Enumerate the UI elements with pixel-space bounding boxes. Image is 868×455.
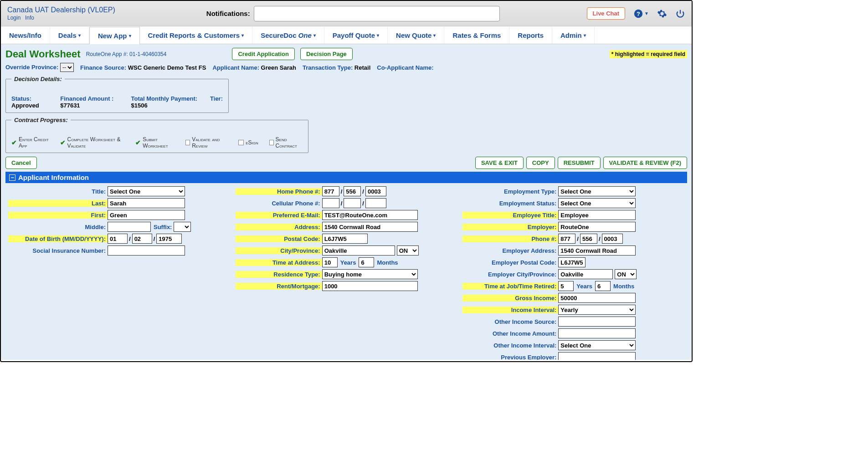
section-applicant-header[interactable]: − Applicant Information [5,172,687,183]
emp-postal-input[interactable] [558,257,586,267]
time-addr-months[interactable] [359,257,374,267]
tab-admin[interactable]: Admin▾ [552,26,595,44]
copy-button[interactable]: COPY [526,157,555,169]
home-phone-2[interactable] [344,186,361,196]
label-emp-phone: Phone #: [462,235,558,242]
tab-payoff-quote[interactable]: Payoff Quote▾ [324,26,388,44]
prev-emp-input[interactable] [558,352,636,360]
resubmit-button[interactable]: RESUBMIT [558,157,601,169]
caret-down-icon: ▾ [313,33,316,38]
progress-legend: Contract Progress: [11,117,71,123]
notifications-label: Notifications: [206,10,250,17]
label-emp-title: Employee Title: [462,212,558,219]
emp-addr-input[interactable] [558,245,636,256]
suffix-select[interactable] [174,222,191,232]
cancel-button[interactable]: Cancel [5,157,37,169]
label-emp-city: Employer City/Province: [462,271,558,278]
other-int-select[interactable]: Select One [558,340,636,350]
city-input[interactable] [322,245,395,256]
income-interval-select[interactable]: Yearly [558,305,636,315]
tab-news-info[interactable]: News/Info [1,26,50,44]
app-number: RouteOne App #: 01-1-40460354 [86,51,167,57]
check-icon: ✔ [11,139,17,146]
override-province-select[interactable]: -- [60,63,74,72]
label-prev-emp: Previous Employer: [462,354,558,360]
address-input[interactable] [322,222,418,232]
emp-phone-3[interactable] [602,234,623,244]
dob-month-input[interactable] [108,234,128,244]
first-name-input[interactable] [108,210,185,220]
province-select[interactable]: ON [397,245,419,256]
label-time-job: Time at Job/Time Retired: [462,283,558,290]
dob-day-input[interactable] [132,234,152,244]
gear-icon[interactable] [657,9,667,19]
applicant-form: Title:Select One Last: First: Middle:Suf… [5,183,687,360]
employer-input[interactable] [558,222,636,232]
sin-input[interactable] [108,245,185,256]
emp-prov-select[interactable]: ON [615,269,637,279]
tab-new-quote[interactable]: New Quote▾ [388,26,444,44]
save-exit-button[interactable]: SAVE & EXIT [475,157,524,169]
label-cityprov: City/Province: [236,247,322,254]
emp-title-input[interactable] [558,210,636,220]
gross-income-input[interactable] [558,293,636,303]
residence-type-select[interactable]: Buying home [322,269,418,279]
time-job-years[interactable] [558,281,574,291]
home-phone-3[interactable] [365,186,386,196]
caret-down-icon: ▾ [78,33,81,38]
decision-page-button[interactable]: Decision Page [300,48,353,60]
tab-securedoc[interactable]: SecureDocOne▾ [252,26,324,44]
login-link[interactable]: Login [7,15,21,21]
cell-phone-1[interactable] [322,198,339,208]
label-interval: Income Interval: [462,307,558,313]
live-chat-button[interactable]: Live Chat [587,7,626,20]
postal-input[interactable] [322,234,368,244]
emp-phone-2[interactable] [580,234,597,244]
label-home-phone: Home Phone #: [236,188,322,195]
emp-city-input[interactable] [558,269,613,279]
title-select[interactable]: Select One [108,186,185,196]
label-employer: Employer: [462,224,558,230]
label-residence-type: Residence Type: [236,271,322,278]
email-input[interactable] [322,210,418,220]
tab-deals[interactable]: Deals▾ [50,26,89,44]
checkbox-icon [185,140,190,145]
decision-legend: Decision Details: [11,76,65,82]
progress-complete-worksheet: ✔Complete Worksheet & Validate [60,136,125,149]
tab-reports[interactable]: Reports [509,26,552,44]
last-name-input[interactable] [108,198,185,208]
time-addr-years[interactable] [322,257,338,267]
credit-application-button[interactable]: Credit Application [232,48,294,60]
label-suffix: Suffix: [151,224,174,230]
emp-type-select[interactable]: Select One [558,186,636,196]
contract-progress-box: Contract Progress: ✔Enter Credit App ✔Co… [5,117,308,153]
notifications-input[interactable] [254,6,500,21]
progress-esign: eSign [238,139,258,146]
other-src-input[interactable] [558,317,636,327]
emp-status-select[interactable]: Select One [558,198,636,208]
cell-phone-2[interactable] [344,198,361,208]
validate-review-button[interactable]: VALIDATE & REVIEW (F2) [603,157,687,169]
power-icon[interactable] [675,9,685,19]
dob-year-input[interactable] [156,234,182,244]
info-link[interactable]: Info [25,15,34,21]
tab-credit-reports[interactable]: Credit Reports & Customers▾ [140,26,253,44]
middle-input[interactable] [108,222,151,232]
emp-phone-1[interactable] [558,234,575,244]
rent-input[interactable] [322,281,418,291]
tab-new-app[interactable]: New App▾ [89,27,140,44]
time-job-months[interactable] [595,281,611,291]
label-cell-phone: Cellular Phone #: [236,200,322,207]
cell-phone-3[interactable] [365,198,386,208]
label-emp-addr: Employer Address: [462,247,558,254]
caret-down-icon: ▾ [241,33,244,38]
tab-rates-forms[interactable]: Rates & Forms [444,26,509,44]
home-phone-1[interactable] [322,186,339,196]
other-amt-input[interactable] [558,328,636,338]
label-gross: Gross Income: [462,295,558,302]
help-menu[interactable]: ? ▼ [633,9,649,19]
checkbox-icon [269,140,274,145]
svg-text:?: ? [637,10,640,17]
caret-down-icon: ▼ [644,11,649,16]
label-time-address: Time at Address: [236,259,322,266]
